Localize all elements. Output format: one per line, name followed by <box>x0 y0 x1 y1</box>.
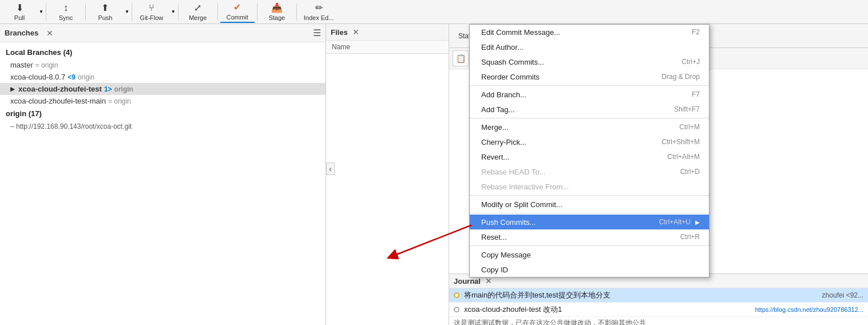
journal-panel: Journal ✕ 将main的代码合并到test,test提交到本地分支 zh… <box>449 274 868 325</box>
stage-button[interactable]: 📥 Stage <box>260 1 294 23</box>
menu-revert[interactable]: Revert... Ctrl+Alt+M <box>470 149 709 164</box>
menu-shortcut: Ctrl+D <box>680 168 700 176</box>
branch-item-zhoufei-main[interactable]: xcoa-cloud-zhoufei-test-main = origin <box>0 95 326 107</box>
menu-cherry-pick[interactable]: Cherry-Pick... Ctrl+Shift+M <box>470 134 709 149</box>
sep7 <box>296 3 297 21</box>
menu-copy-message[interactable]: Copy Message <box>470 247 709 262</box>
merge-button[interactable]: ⤢ Merge <box>181 1 215 23</box>
files-col-name: Name <box>326 41 449 54</box>
commit-button[interactable]: ✔ Commit <box>220 1 255 23</box>
menu-reset[interactable]: Reset... Ctrl+R <box>470 229 709 244</box>
branch-origin: origin <box>78 73 94 81</box>
menu-add-tag[interactable]: Add Tag... Shift+F7 <box>470 102 709 117</box>
branch-item-xcoa-8[interactable]: xcoa-cloud-8.0.7 <9 origin <box>0 71 326 83</box>
branch-name: xcoa-cloud-zhoufei-test-main <box>10 97 106 105</box>
menu-edit-author[interactable]: Edit Author... <box>470 39 709 54</box>
push-button[interactable]: ⬆ Push <box>88 1 122 23</box>
menu-item-label: Edit Commit Message... <box>481 28 560 37</box>
journal-desc: 这是测试测试数据，已在在这次公共做做改动，不影响其他公共 <box>454 318 646 325</box>
files-close-button[interactable]: ✕ <box>352 27 359 37</box>
menu-add-branch[interactable]: Add Branch... F7 <box>470 87 709 102</box>
menu-modify-split[interactable]: Modify or Split Commit... <box>470 197 709 212</box>
journal-row-1[interactable]: 将main的代码合并到test,test提交到本地分支 zhoufei <92.… <box>449 288 868 303</box>
menu-shortcut: Ctrl+M <box>679 123 700 131</box>
menu-sep-4 <box>470 213 709 213</box>
journal-msg-2: xcoa-cloud-zhoufei-test 改动1 <box>464 304 750 315</box>
push-label: Push <box>98 14 112 21</box>
journal-row-2[interactable]: xcoa-cloud-zhoufei-test 改动1 https://blog… <box>449 303 868 317</box>
menu-item-label: Rebase HEAD To... <box>481 168 545 176</box>
journal-close-button[interactable]: ✕ <box>485 276 492 286</box>
menu-shortcut: Ctrl+J <box>681 58 700 66</box>
menu-edit-commit-msg[interactable]: Edit Commit Message... F2 <box>470 25 709 39</box>
git-flow-dropdown-arrow: ▼ <box>171 9 176 14</box>
branches-close-button[interactable]: ✕ <box>46 29 53 38</box>
stage-icon: 📥 <box>271 3 283 13</box>
push-icon: ⬆ <box>99 3 112 13</box>
sync-label: Sync <box>59 14 73 21</box>
menu-sep-2 <box>470 118 709 118</box>
index-edit-label: Index Ed... <box>304 14 334 21</box>
copy-icon-btn[interactable]: 📋 <box>453 50 469 66</box>
menu-shortcut: Ctrl+Shift+M <box>661 138 700 146</box>
menu-item-label: Cherry-Pick... <box>481 138 526 146</box>
menu-squash-commits[interactable]: Squash Commits... Ctrl+J <box>470 54 709 69</box>
menu-item-label: Squash Commits... <box>481 58 544 66</box>
menu-sep-1 <box>470 85 709 86</box>
pull-dropdown-arrow: ▼ <box>39 9 43 14</box>
scroll-left-button[interactable]: ‹ <box>326 162 335 175</box>
menu-item-label: Rebase Interactive From... <box>481 183 569 191</box>
sync-button[interactable]: ↕ Sync <box>49 1 83 23</box>
pull-button[interactable]: ⬇ Pull <box>2 1 37 23</box>
menu-shortcut: F7 <box>692 90 700 98</box>
branch-name: master <box>10 61 33 69</box>
journal-url-2: https://blog.csdn.net/zhou920786312... <box>755 306 863 313</box>
commit-icon: ✔ <box>231 2 244 13</box>
sep3 <box>132 3 132 21</box>
branches-panel-header: Branches ✕ ☰ <box>0 24 326 42</box>
menu-shortcut: Ctrl+Alt+M <box>667 153 700 161</box>
files-panel: Files ✕ Name <box>326 24 449 325</box>
menu-reorder-commits[interactable]: Reorder Commits Drag & Drop <box>470 69 709 84</box>
journal-content: 将main的代码合并到test,test提交到本地分支 zhoufei <92.… <box>449 288 868 325</box>
sep6 <box>257 3 257 21</box>
menu-item-label: Copy Message <box>481 251 531 259</box>
menu-item-label: Push Commits... <box>481 218 536 227</box>
menu-push-commits[interactable]: Push Commits... Ctrl+Alt+U ▶ <box>470 215 709 229</box>
branch-name: xcoa-cloud-8.0.7 <box>10 73 65 81</box>
git-flow-button[interactable]: ⑂ Git-Flow <box>134 1 169 23</box>
main-container: Branches ✕ ☰ Local Branches (4) master =… <box>0 24 868 325</box>
sep1 <box>46 3 46 21</box>
sync-icon: ↕ <box>60 3 72 13</box>
main-toolbar: ⬇ Pull ▼ ↕ Sync ⬆ Push ▼ ⑂ Git-Flow ▼ ⤢ … <box>0 0 868 24</box>
journal-msg-1: 将main的代码合并到test,test提交到本地分支 <box>464 290 818 300</box>
menu-rebase-head: Rebase HEAD To... Ctrl+D <box>470 164 709 179</box>
menu-sep-5 <box>470 245 709 246</box>
commit-label: Commit <box>227 14 248 21</box>
menu-item-label: Copy ID <box>481 265 508 274</box>
pull-icon: ⬇ <box>13 3 26 13</box>
index-edit-button[interactable]: ✏ Index Ed... <box>299 1 339 23</box>
journal-dot-2 <box>454 307 459 312</box>
git-flow-label: Git-Flow <box>140 14 163 21</box>
menu-copy-id[interactable]: Copy ID <box>470 262 709 277</box>
menu-item-label: Add Tag... <box>481 105 514 114</box>
menu-item-label: Reset... <box>481 233 507 241</box>
branch-item-master[interactable]: master = origin <box>0 59 326 71</box>
remote-url: – http://192.168.90.143/root/xcoa-oct.gi… <box>0 120 326 133</box>
sep2 <box>85 3 86 21</box>
merge-icon: ⤢ <box>192 3 204 13</box>
pull-label: Pull <box>14 14 25 21</box>
menu-item-label: Edit Author... <box>481 43 524 51</box>
context-menu: Edit Commit Message... F2 Edit Author...… <box>469 24 710 278</box>
menu-item-label: Reorder Commits <box>481 73 540 81</box>
menu-rebase-interactive: Rebase Interactive From... <box>470 179 709 194</box>
submenu-arrow-icon: ▶ <box>695 219 700 225</box>
branch-item-zhoufei-test[interactable]: ▶ xcoa-cloud-zhoufei-test 1> origin <box>0 83 326 95</box>
menu-shortcut: Drag & Drop <box>661 73 700 81</box>
menu-sep-3 <box>470 195 709 196</box>
menu-shortcut: Shift+F7 <box>674 105 700 113</box>
branch-badge: <9 <box>68 73 76 81</box>
branches-menu-button[interactable]: ☰ <box>313 27 321 38</box>
menu-merge[interactable]: Merge... Ctrl+M <box>470 120 709 134</box>
